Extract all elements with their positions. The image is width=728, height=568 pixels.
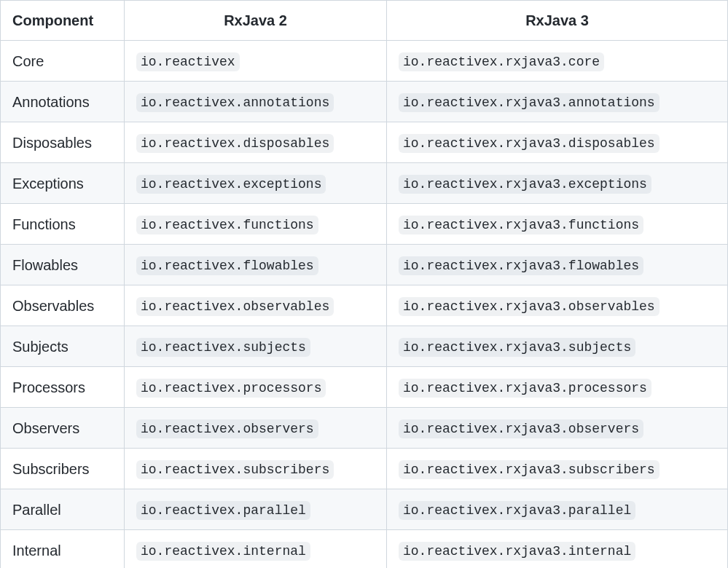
- cell-rxjava3: io.reactivex.rxjava3.functions: [387, 204, 728, 245]
- cell-rxjava2: io.reactivex.processors: [125, 367, 387, 408]
- package-comparison-table-container: Component RxJava 2 RxJava 3 Coreio.react…: [0, 0, 728, 568]
- cell-rxjava3: io.reactivex.rxjava3.annotations: [387, 82, 728, 122]
- cell-rxjava3: io.reactivex.rxjava3.observers: [387, 408, 728, 449]
- table-row: Annotationsio.reactivex.annotationsio.re…: [1, 82, 728, 122]
- cell-rxjava2: io.reactivex.functions: [125, 204, 387, 245]
- cell-rxjava2: io.reactivex.subscribers: [125, 449, 387, 489]
- cell-rxjava2: io.reactivex.exceptions: [125, 163, 387, 204]
- package-code: io.reactivex.internal: [136, 542, 310, 561]
- table-row: Parallelio.reactivex.parallelio.reactive…: [1, 489, 728, 530]
- cell-rxjava3: io.reactivex.rxjava3.observables: [387, 285, 728, 326]
- cell-component: Annotations: [1, 82, 125, 122]
- package-code: io.reactivex.rxjava3.internal: [399, 542, 635, 561]
- header-component: Component: [1, 1, 125, 41]
- cell-component: Observers: [1, 408, 125, 449]
- cell-rxjava2: io.reactivex.flowables: [125, 245, 387, 285]
- cell-rxjava2: io.reactivex.observables: [125, 285, 387, 326]
- table-row: Functionsio.reactivex.functionsio.reacti…: [1, 204, 728, 245]
- package-code: io.reactivex.functions: [136, 216, 318, 234]
- package-code: io.reactivex.observables: [136, 297, 334, 316]
- cell-rxjava3: io.reactivex.rxjava3.flowables: [387, 245, 728, 285]
- table-row: Subscribersio.reactivex.subscribersio.re…: [1, 449, 728, 489]
- cell-rxjava2: io.reactivex.annotations: [125, 82, 387, 122]
- package-code: io.reactivex.subscribers: [136, 460, 334, 479]
- package-comparison-table: Component RxJava 2 RxJava 3 Coreio.react…: [0, 0, 728, 568]
- package-code: io.reactivex.rxjava3.core: [399, 52, 604, 71]
- package-code: io.reactivex.subjects: [136, 338, 310, 357]
- table-row: Observersio.reactivex.observersio.reacti…: [1, 408, 728, 449]
- header-rxjava2: RxJava 2: [125, 1, 387, 41]
- cell-component: Flowables: [1, 245, 125, 285]
- package-code: io.reactivex.rxjava3.flowables: [399, 256, 643, 275]
- package-code: io.reactivex.rxjava3.observers: [399, 419, 643, 438]
- table-row: Coreio.reactivexio.reactivex.rxjava3.cor…: [1, 41, 728, 82]
- cell-rxjava3: io.reactivex.rxjava3.core: [387, 41, 728, 82]
- cell-component: Processors: [1, 367, 125, 408]
- package-code: io.reactivex.rxjava3.disposables: [399, 134, 659, 153]
- cell-rxjava3: io.reactivex.rxjava3.exceptions: [387, 163, 728, 204]
- package-code: io.reactivex.rxjava3.subjects: [399, 338, 635, 357]
- table-row: Subjectsio.reactivex.subjectsio.reactive…: [1, 326, 728, 367]
- package-code: io.reactivex.rxjava3.observables: [399, 297, 659, 316]
- table-row: Internalio.reactivex.internalio.reactive…: [1, 530, 728, 569]
- cell-component: Subjects: [1, 326, 125, 367]
- package-code: io.reactivex: [136, 52, 240, 71]
- package-code: io.reactivex.parallel: [136, 501, 310, 520]
- header-rxjava3: RxJava 3: [387, 1, 728, 41]
- table-row: Disposablesio.reactivex.disposablesio.re…: [1, 122, 728, 163]
- package-code: io.reactivex.rxjava3.processors: [399, 379, 651, 398]
- cell-component: Observables: [1, 285, 125, 326]
- cell-rxjava2: io.reactivex.subjects: [125, 326, 387, 367]
- package-code: io.reactivex.rxjava3.parallel: [399, 501, 635, 520]
- cell-component: Parallel: [1, 489, 125, 530]
- package-code: io.reactivex.rxjava3.exceptions: [399, 175, 651, 194]
- package-code: io.reactivex.flowables: [136, 256, 318, 275]
- cell-component: Subscribers: [1, 449, 125, 489]
- package-code: io.reactivex.annotations: [136, 93, 334, 112]
- cell-component: Internal: [1, 530, 125, 569]
- package-code: io.reactivex.rxjava3.functions: [399, 216, 643, 234]
- cell-rxjava3: io.reactivex.rxjava3.processors: [387, 367, 728, 408]
- package-code: io.reactivex.rxjava3.annotations: [399, 93, 659, 112]
- package-code: io.reactivex.rxjava3.subscribers: [399, 460, 659, 479]
- package-code: io.reactivex.disposables: [136, 134, 334, 153]
- cell-component: Core: [1, 41, 125, 82]
- package-code: io.reactivex.exceptions: [136, 175, 326, 194]
- cell-rxjava2: io.reactivex: [125, 41, 387, 82]
- cell-component: Disposables: [1, 122, 125, 163]
- cell-rxjava3: io.reactivex.rxjava3.internal: [387, 530, 728, 569]
- cell-rxjava3: io.reactivex.rxjava3.parallel: [387, 489, 728, 530]
- package-code: io.reactivex.observers: [136, 419, 318, 438]
- cell-rxjava2: io.reactivex.disposables: [125, 122, 387, 163]
- table-header: Component RxJava 2 RxJava 3: [1, 1, 728, 41]
- table-body: Coreio.reactivexio.reactivex.rxjava3.cor…: [1, 41, 728, 569]
- cell-rxjava3: io.reactivex.rxjava3.subscribers: [387, 449, 728, 489]
- cell-component: Functions: [1, 204, 125, 245]
- table-row: Flowablesio.reactivex.flowablesio.reacti…: [1, 245, 728, 285]
- cell-rxjava2: io.reactivex.observers: [125, 408, 387, 449]
- table-row: Exceptionsio.reactivex.exceptionsio.reac…: [1, 163, 728, 204]
- package-code: io.reactivex.processors: [136, 379, 326, 398]
- cell-component: Exceptions: [1, 163, 125, 204]
- cell-rxjava2: io.reactivex.parallel: [125, 489, 387, 530]
- cell-rxjava2: io.reactivex.internal: [125, 530, 387, 569]
- table-row: Observablesio.reactivex.observablesio.re…: [1, 285, 728, 326]
- cell-rxjava3: io.reactivex.rxjava3.subjects: [387, 326, 728, 367]
- table-row: Processorsio.reactivex.processorsio.reac…: [1, 367, 728, 408]
- table-header-row: Component RxJava 2 RxJava 3: [1, 1, 728, 41]
- cell-rxjava3: io.reactivex.rxjava3.disposables: [387, 122, 728, 163]
